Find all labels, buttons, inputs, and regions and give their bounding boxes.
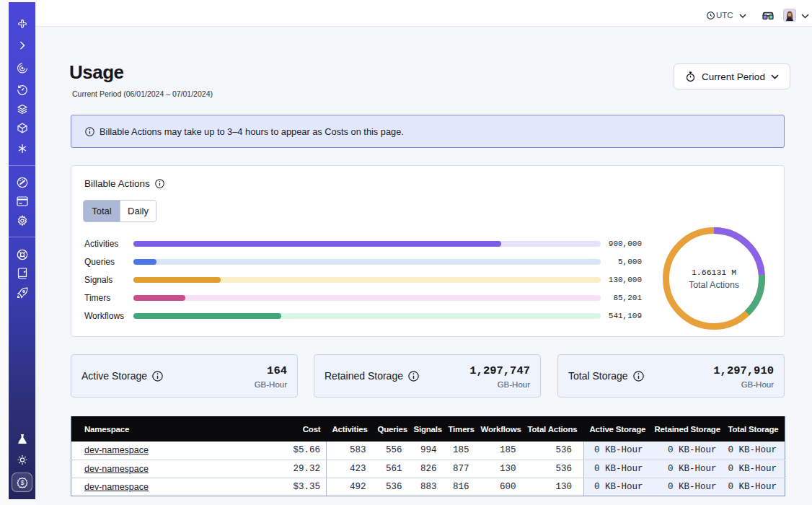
svg-text:Total Actions: Total Actions [689, 280, 739, 290]
svg-text:$: $ [20, 479, 24, 486]
svg-text:1.66131 M: 1.66131 M [692, 268, 736, 277]
